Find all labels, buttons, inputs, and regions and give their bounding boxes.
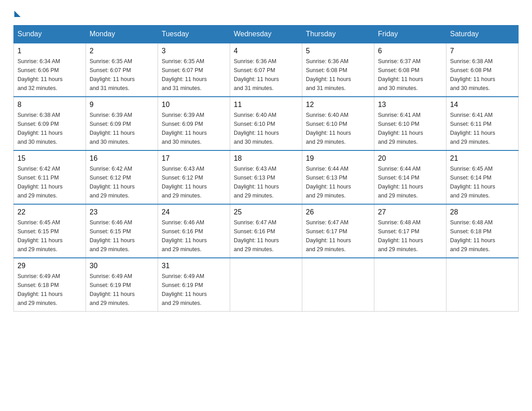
calendar-day-cell: 31 Sunrise: 6:49 AM Sunset: 6:19 PM Dayl… xyxy=(158,258,230,312)
day-info: Sunrise: 6:49 AM Sunset: 6:18 PM Dayligh… xyxy=(17,272,82,308)
day-info: Sunrise: 6:41 AM Sunset: 6:11 PM Dayligh… xyxy=(450,111,515,146)
calendar-day-cell: 4 Sunrise: 6:36 AM Sunset: 6:07 PM Dayli… xyxy=(230,43,302,97)
page-header xyxy=(13,9,519,17)
calendar-day-cell: 16 Sunrise: 6:42 AM Sunset: 6:12 PM Dayl… xyxy=(86,150,158,204)
calendar-day-cell: 20 Sunrise: 6:44 AM Sunset: 6:14 PM Dayl… xyxy=(374,150,446,204)
day-info: Sunrise: 6:45 AM Sunset: 6:14 PM Dayligh… xyxy=(450,164,515,200)
day-number: 11 xyxy=(234,101,298,109)
day-number: 8 xyxy=(17,101,82,109)
day-number: 28 xyxy=(450,208,515,216)
day-info: Sunrise: 6:46 AM Sunset: 6:15 PM Dayligh… xyxy=(90,218,154,254)
calendar-day-cell: 1 Sunrise: 6:34 AM Sunset: 6:06 PM Dayli… xyxy=(14,43,86,97)
day-info: Sunrise: 6:40 AM Sunset: 6:10 PM Dayligh… xyxy=(234,111,298,146)
day-info: Sunrise: 6:39 AM Sunset: 6:09 PM Dayligh… xyxy=(162,111,226,146)
calendar-day-cell: 26 Sunrise: 6:47 AM Sunset: 6:17 PM Dayl… xyxy=(302,204,374,258)
day-info: Sunrise: 6:44 AM Sunset: 6:14 PM Dayligh… xyxy=(378,164,442,200)
day-number: 7 xyxy=(450,47,515,55)
header-saturday: Saturday xyxy=(446,26,519,43)
calendar-week-row: 22 Sunrise: 6:45 AM Sunset: 6:15 PM Dayl… xyxy=(14,204,519,258)
calendar-day-cell: 12 Sunrise: 6:40 AM Sunset: 6:10 PM Dayl… xyxy=(302,97,374,150)
day-number: 9 xyxy=(90,101,154,109)
calendar-week-row: 29 Sunrise: 6:49 AM Sunset: 6:18 PM Dayl… xyxy=(14,258,519,312)
day-number: 10 xyxy=(162,101,226,109)
header-tuesday: Tuesday xyxy=(158,26,230,43)
calendar-week-row: 15 Sunrise: 6:42 AM Sunset: 6:11 PM Dayl… xyxy=(14,150,519,204)
calendar-day-cell: 10 Sunrise: 6:39 AM Sunset: 6:09 PM Dayl… xyxy=(158,97,230,150)
calendar-day-cell: 28 Sunrise: 6:48 AM Sunset: 6:18 PM Dayl… xyxy=(446,204,519,258)
calendar-day-cell: 8 Sunrise: 6:38 AM Sunset: 6:09 PM Dayli… xyxy=(14,97,86,150)
calendar-day-cell xyxy=(302,258,374,312)
calendar-day-cell: 14 Sunrise: 6:41 AM Sunset: 6:11 PM Dayl… xyxy=(446,97,519,150)
day-number: 13 xyxy=(378,101,442,109)
day-number: 14 xyxy=(450,101,515,109)
day-number: 22 xyxy=(17,208,82,216)
calendar-week-row: 8 Sunrise: 6:38 AM Sunset: 6:09 PM Dayli… xyxy=(14,97,519,150)
day-number: 25 xyxy=(234,208,298,216)
day-number: 4 xyxy=(234,47,298,55)
day-number: 6 xyxy=(378,47,442,55)
day-info: Sunrise: 6:45 AM Sunset: 6:15 PM Dayligh… xyxy=(17,218,82,254)
header-friday: Friday xyxy=(374,26,446,43)
day-info: Sunrise: 6:42 AM Sunset: 6:12 PM Dayligh… xyxy=(90,164,154,200)
day-info: Sunrise: 6:49 AM Sunset: 6:19 PM Dayligh… xyxy=(90,272,154,308)
calendar-day-cell: 3 Sunrise: 6:35 AM Sunset: 6:07 PM Dayli… xyxy=(158,43,230,97)
day-info: Sunrise: 6:44 AM Sunset: 6:13 PM Dayligh… xyxy=(306,164,370,200)
day-number: 31 xyxy=(162,262,226,270)
day-info: Sunrise: 6:35 AM Sunset: 6:07 PM Dayligh… xyxy=(162,57,226,93)
header-thursday: Thursday xyxy=(302,26,374,43)
day-number: 20 xyxy=(378,154,442,163)
day-info: Sunrise: 6:47 AM Sunset: 6:16 PM Dayligh… xyxy=(234,218,298,254)
calendar-day-cell: 23 Sunrise: 6:46 AM Sunset: 6:15 PM Dayl… xyxy=(86,204,158,258)
calendar-day-cell: 17 Sunrise: 6:43 AM Sunset: 6:12 PM Dayl… xyxy=(158,150,230,204)
calendar-day-cell: 21 Sunrise: 6:45 AM Sunset: 6:14 PM Dayl… xyxy=(446,150,519,204)
day-info: Sunrise: 6:48 AM Sunset: 6:18 PM Dayligh… xyxy=(450,218,515,254)
day-number: 19 xyxy=(306,154,370,163)
calendar-day-cell: 11 Sunrise: 6:40 AM Sunset: 6:10 PM Dayl… xyxy=(230,97,302,150)
day-number: 12 xyxy=(306,101,370,109)
day-number: 18 xyxy=(234,154,298,163)
calendar-day-cell: 24 Sunrise: 6:46 AM Sunset: 6:16 PM Dayl… xyxy=(158,204,230,258)
header-wednesday: Wednesday xyxy=(230,26,302,43)
calendar-day-cell xyxy=(446,258,519,312)
day-number: 24 xyxy=(162,208,226,216)
day-info: Sunrise: 6:43 AM Sunset: 6:13 PM Dayligh… xyxy=(234,164,298,200)
day-info: Sunrise: 6:36 AM Sunset: 6:08 PM Dayligh… xyxy=(306,57,370,93)
calendar-header-row: SundayMondayTuesdayWednesdayThursdayFrid… xyxy=(14,26,519,43)
calendar-week-row: 1 Sunrise: 6:34 AM Sunset: 6:06 PM Dayli… xyxy=(14,43,519,97)
calendar-day-cell: 13 Sunrise: 6:41 AM Sunset: 6:10 PM Dayl… xyxy=(374,97,446,150)
day-info: Sunrise: 6:35 AM Sunset: 6:07 PM Dayligh… xyxy=(90,57,154,93)
logo xyxy=(13,9,21,17)
day-info: Sunrise: 6:41 AM Sunset: 6:10 PM Dayligh… xyxy=(378,111,442,146)
day-info: Sunrise: 6:34 AM Sunset: 6:06 PM Dayligh… xyxy=(17,57,82,93)
calendar-day-cell: 15 Sunrise: 6:42 AM Sunset: 6:11 PM Dayl… xyxy=(14,150,86,204)
calendar-day-cell: 7 Sunrise: 6:38 AM Sunset: 6:08 PM Dayli… xyxy=(446,43,519,97)
day-info: Sunrise: 6:38 AM Sunset: 6:09 PM Dayligh… xyxy=(17,111,82,146)
calendar-day-cell: 6 Sunrise: 6:37 AM Sunset: 6:08 PM Dayli… xyxy=(374,43,446,97)
calendar-day-cell: 19 Sunrise: 6:44 AM Sunset: 6:13 PM Dayl… xyxy=(302,150,374,204)
calendar-day-cell: 27 Sunrise: 6:48 AM Sunset: 6:17 PM Dayl… xyxy=(374,204,446,258)
day-info: Sunrise: 6:38 AM Sunset: 6:08 PM Dayligh… xyxy=(450,57,515,93)
day-info: Sunrise: 6:36 AM Sunset: 6:07 PM Dayligh… xyxy=(234,57,298,93)
calendar-day-cell xyxy=(230,258,302,312)
day-info: Sunrise: 6:42 AM Sunset: 6:11 PM Dayligh… xyxy=(17,164,82,200)
calendar-day-cell: 30 Sunrise: 6:49 AM Sunset: 6:19 PM Dayl… xyxy=(86,258,158,312)
day-number: 1 xyxy=(17,47,82,55)
day-number: 23 xyxy=(90,208,154,216)
day-number: 29 xyxy=(17,262,82,270)
calendar-day-cell: 22 Sunrise: 6:45 AM Sunset: 6:15 PM Dayl… xyxy=(14,204,86,258)
calendar-day-cell: 2 Sunrise: 6:35 AM Sunset: 6:07 PM Dayli… xyxy=(86,43,158,97)
day-number: 30 xyxy=(90,262,154,270)
logo-triangle-icon xyxy=(14,11,21,17)
day-number: 3 xyxy=(162,47,226,55)
day-info: Sunrise: 6:40 AM Sunset: 6:10 PM Dayligh… xyxy=(306,111,370,146)
day-number: 15 xyxy=(17,154,82,163)
day-number: 17 xyxy=(162,154,226,163)
day-number: 21 xyxy=(450,154,515,163)
calendar-day-cell: 18 Sunrise: 6:43 AM Sunset: 6:13 PM Dayl… xyxy=(230,150,302,204)
day-info: Sunrise: 6:43 AM Sunset: 6:12 PM Dayligh… xyxy=(162,164,226,200)
day-info: Sunrise: 6:48 AM Sunset: 6:17 PM Dayligh… xyxy=(378,218,442,254)
calendar-day-cell: 29 Sunrise: 6:49 AM Sunset: 6:18 PM Dayl… xyxy=(14,258,86,312)
day-number: 26 xyxy=(306,208,370,216)
calendar-day-cell: 5 Sunrise: 6:36 AM Sunset: 6:08 PM Dayli… xyxy=(302,43,374,97)
calendar-day-cell: 9 Sunrise: 6:39 AM Sunset: 6:09 PM Dayli… xyxy=(86,97,158,150)
